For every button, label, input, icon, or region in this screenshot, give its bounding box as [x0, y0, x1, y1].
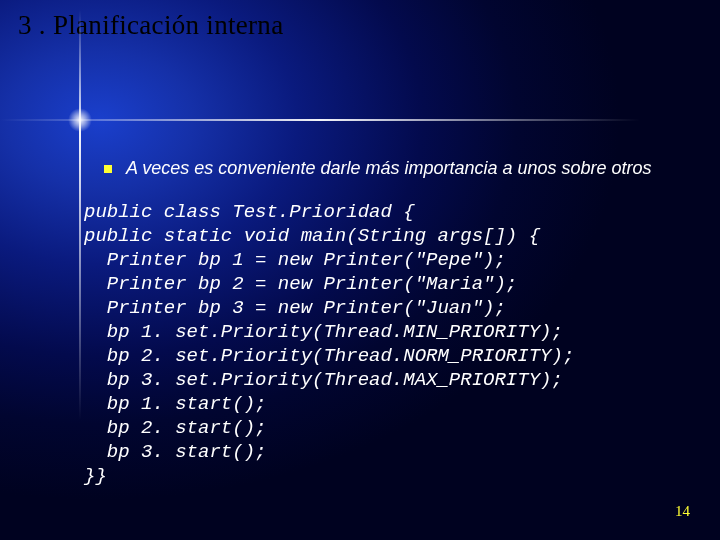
slide-title: 3 . Planificación interna — [18, 10, 283, 41]
code-block: public class Test.Prioridad { public sta… — [84, 200, 574, 488]
page-number: 14 — [675, 503, 690, 520]
square-bullet-icon — [104, 165, 112, 173]
slide: 3 . Planificación interna A veces es con… — [0, 0, 720, 540]
lens-flare-core — [68, 108, 92, 132]
bullet-text: A veces es conveniente darle más importa… — [126, 158, 652, 179]
bullet-row: A veces es conveniente darle más importa… — [104, 158, 708, 179]
